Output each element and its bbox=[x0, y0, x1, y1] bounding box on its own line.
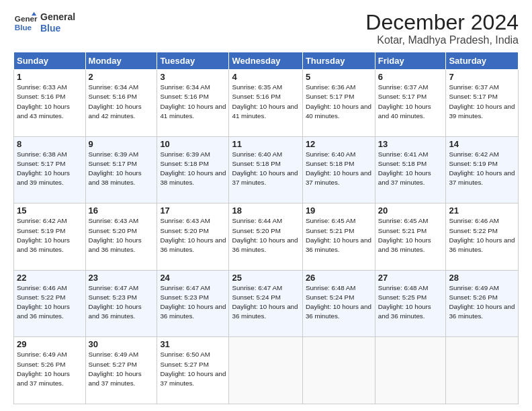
day-number: 9 bbox=[89, 139, 154, 149]
col-thursday: Thursday bbox=[302, 52, 375, 70]
day-number: 13 bbox=[378, 139, 443, 149]
logo: General Blue GeneralBlue bbox=[13, 11, 75, 35]
calendar-cell: 17 Sunrise: 6:43 AM Sunset: 5:20 PM Dayl… bbox=[157, 203, 229, 271]
calendar-cell: 21 Sunrise: 6:46 AM Sunset: 5:22 PM Dayl… bbox=[446, 203, 519, 271]
col-monday: Monday bbox=[85, 52, 157, 70]
calendar-week-row: 22 Sunrise: 6:46 AM Sunset: 5:22 PM Dayl… bbox=[14, 270, 519, 337]
day-number: 24 bbox=[160, 273, 226, 283]
day-info: Sunrise: 6:45 AM Sunset: 5:21 PM Dayligh… bbox=[378, 216, 443, 255]
day-info: Sunrise: 6:41 AM Sunset: 5:18 PM Dayligh… bbox=[378, 150, 443, 188]
title-block: December 2024 Kotar, Madhya Pradesh, Ind… bbox=[365, 11, 519, 46]
calendar-cell: 7 Sunrise: 6:37 AM Sunset: 5:17 PM Dayli… bbox=[446, 70, 519, 137]
calendar-cell: 20 Sunrise: 6:45 AM Sunset: 5:21 PM Dayl… bbox=[375, 203, 446, 271]
calendar-cell: 24 Sunrise: 6:47 AM Sunset: 5:23 PM Dayl… bbox=[157, 270, 229, 337]
col-wednesday: Wednesday bbox=[229, 52, 302, 70]
day-number: 25 bbox=[232, 273, 299, 283]
day-number: 17 bbox=[160, 205, 226, 216]
day-number: 28 bbox=[449, 273, 515, 283]
day-info: Sunrise: 6:38 AM Sunset: 5:17 PM Dayligh… bbox=[17, 150, 83, 188]
day-info: Sunrise: 6:46 AM Sunset: 5:22 PM Dayligh… bbox=[17, 283, 83, 322]
calendar-week-row: 15 Sunrise: 6:42 AM Sunset: 5:19 PM Dayl… bbox=[14, 203, 519, 271]
calendar-cell: 30 Sunrise: 6:49 AM Sunset: 5:27 PM Dayl… bbox=[85, 337, 157, 404]
day-number: 8 bbox=[17, 139, 83, 149]
calendar-week-row: 29 Sunrise: 6:49 AM Sunset: 5:26 PM Dayl… bbox=[14, 337, 519, 404]
day-info: Sunrise: 6:36 AM Sunset: 5:17 PM Dayligh… bbox=[306, 83, 372, 121]
col-saturday: Saturday bbox=[446, 52, 519, 70]
day-number: 20 bbox=[378, 205, 443, 216]
calendar-cell: 26 Sunrise: 6:48 AM Sunset: 5:24 PM Dayl… bbox=[302, 270, 375, 337]
calendar: Sunday Monday Tuesday Wednesday Thursday… bbox=[13, 52, 519, 404]
calendar-header-row: Sunday Monday Tuesday Wednesday Thursday… bbox=[14, 52, 519, 70]
day-info: Sunrise: 6:50 AM Sunset: 5:27 PM Dayligh… bbox=[160, 350, 226, 388]
day-info: Sunrise: 6:37 AM Sunset: 5:17 PM Dayligh… bbox=[449, 83, 515, 121]
day-info: Sunrise: 6:47 AM Sunset: 5:23 PM Dayligh… bbox=[160, 283, 226, 322]
day-info: Sunrise: 6:46 AM Sunset: 5:22 PM Dayligh… bbox=[449, 216, 515, 255]
calendar-cell: 14 Sunrise: 6:42 AM Sunset: 5:19 PM Dayl… bbox=[446, 136, 519, 203]
day-info: Sunrise: 6:34 AM Sunset: 5:16 PM Dayligh… bbox=[160, 83, 226, 121]
day-number: 6 bbox=[378, 72, 443, 82]
day-number: 15 bbox=[17, 205, 83, 216]
day-number: 18 bbox=[232, 205, 299, 216]
day-number: 5 bbox=[306, 72, 372, 82]
calendar-cell: 19 Sunrise: 6:45 AM Sunset: 5:21 PM Dayl… bbox=[302, 203, 375, 271]
day-number: 11 bbox=[232, 139, 299, 149]
day-number: 3 bbox=[160, 72, 226, 82]
day-number: 19 bbox=[306, 205, 372, 216]
col-sunday: Sunday bbox=[14, 52, 86, 70]
calendar-cell bbox=[229, 337, 302, 404]
day-info: Sunrise: 6:33 AM Sunset: 5:16 PM Dayligh… bbox=[17, 83, 83, 121]
subtitle: Kotar, Madhya Pradesh, India bbox=[365, 34, 519, 46]
main-title: December 2024 bbox=[365, 11, 519, 34]
calendar-cell: 27 Sunrise: 6:48 AM Sunset: 5:25 PM Dayl… bbox=[375, 270, 446, 337]
col-friday: Friday bbox=[375, 52, 446, 70]
svg-text:Blue: Blue bbox=[15, 23, 32, 32]
calendar-cell: 16 Sunrise: 6:43 AM Sunset: 5:20 PM Dayl… bbox=[85, 203, 157, 271]
calendar-cell: 29 Sunrise: 6:49 AM Sunset: 5:26 PM Dayl… bbox=[14, 337, 86, 404]
day-number: 12 bbox=[306, 139, 372, 149]
calendar-cell bbox=[375, 337, 446, 404]
day-number: 23 bbox=[89, 273, 154, 283]
day-number: 7 bbox=[449, 72, 515, 82]
day-info: Sunrise: 6:42 AM Sunset: 5:19 PM Dayligh… bbox=[17, 216, 83, 255]
day-info: Sunrise: 6:47 AM Sunset: 5:24 PM Dayligh… bbox=[232, 283, 299, 322]
day-number: 21 bbox=[449, 205, 515, 216]
calendar-cell: 1 Sunrise: 6:33 AM Sunset: 5:16 PM Dayli… bbox=[14, 70, 86, 137]
calendar-cell: 11 Sunrise: 6:40 AM Sunset: 5:18 PM Dayl… bbox=[229, 136, 302, 203]
day-number: 26 bbox=[306, 273, 372, 283]
calendar-cell bbox=[302, 337, 375, 404]
day-info: Sunrise: 6:40 AM Sunset: 5:18 PM Dayligh… bbox=[232, 150, 299, 188]
calendar-cell: 6 Sunrise: 6:37 AM Sunset: 5:17 PM Dayli… bbox=[375, 70, 446, 137]
logo-text: GeneralBlue bbox=[40, 11, 75, 34]
day-info: Sunrise: 6:37 AM Sunset: 5:17 PM Dayligh… bbox=[378, 83, 443, 121]
day-number: 2 bbox=[89, 72, 154, 82]
day-info: Sunrise: 6:43 AM Sunset: 5:20 PM Dayligh… bbox=[160, 216, 226, 255]
logo-icon: General Blue bbox=[13, 11, 38, 35]
calendar-cell: 25 Sunrise: 6:47 AM Sunset: 5:24 PM Dayl… bbox=[229, 270, 302, 337]
calendar-cell: 13 Sunrise: 6:41 AM Sunset: 5:18 PM Dayl… bbox=[375, 136, 446, 203]
calendar-cell: 15 Sunrise: 6:42 AM Sunset: 5:19 PM Dayl… bbox=[14, 203, 86, 271]
calendar-cell: 23 Sunrise: 6:47 AM Sunset: 5:23 PM Dayl… bbox=[85, 270, 157, 337]
calendar-cell bbox=[446, 337, 519, 404]
calendar-cell: 28 Sunrise: 6:49 AM Sunset: 5:26 PM Dayl… bbox=[446, 270, 519, 337]
calendar-cell: 4 Sunrise: 6:35 AM Sunset: 5:16 PM Dayli… bbox=[229, 70, 302, 137]
day-info: Sunrise: 6:48 AM Sunset: 5:25 PM Dayligh… bbox=[378, 283, 443, 322]
day-info: Sunrise: 6:39 AM Sunset: 5:17 PM Dayligh… bbox=[89, 150, 154, 188]
day-number: 10 bbox=[160, 139, 226, 149]
day-info: Sunrise: 6:42 AM Sunset: 5:19 PM Dayligh… bbox=[449, 150, 515, 188]
day-number: 27 bbox=[378, 273, 443, 283]
day-info: Sunrise: 6:48 AM Sunset: 5:24 PM Dayligh… bbox=[306, 283, 372, 322]
day-number: 29 bbox=[17, 339, 83, 349]
day-info: Sunrise: 6:49 AM Sunset: 5:26 PM Dayligh… bbox=[449, 283, 515, 322]
day-number: 22 bbox=[17, 273, 83, 283]
day-info: Sunrise: 6:34 AM Sunset: 5:16 PM Dayligh… bbox=[89, 83, 154, 121]
day-info: Sunrise: 6:45 AM Sunset: 5:21 PM Dayligh… bbox=[306, 216, 372, 255]
day-info: Sunrise: 6:49 AM Sunset: 5:26 PM Dayligh… bbox=[17, 350, 83, 388]
day-info: Sunrise: 6:47 AM Sunset: 5:23 PM Dayligh… bbox=[89, 283, 154, 322]
day-info: Sunrise: 6:40 AM Sunset: 5:18 PM Dayligh… bbox=[306, 150, 372, 188]
day-number: 1 bbox=[17, 72, 83, 82]
day-number: 14 bbox=[449, 139, 515, 149]
day-number: 30 bbox=[89, 339, 154, 349]
calendar-cell: 12 Sunrise: 6:40 AM Sunset: 5:18 PM Dayl… bbox=[302, 136, 375, 203]
day-number: 16 bbox=[89, 205, 154, 216]
calendar-week-row: 8 Sunrise: 6:38 AM Sunset: 5:17 PM Dayli… bbox=[14, 136, 519, 203]
